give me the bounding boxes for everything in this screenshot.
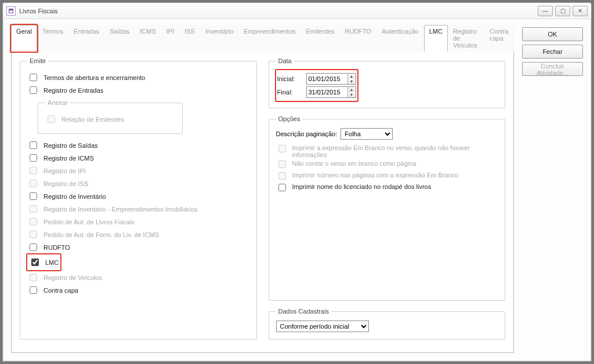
- data-legend: Data: [276, 57, 294, 64]
- check-relacao-emitentes: Relação de Emitentes: [45, 114, 175, 125]
- paginacao-label: Descrição paginação:: [276, 130, 338, 137]
- tab-contra-capa[interactable]: Contra capa: [484, 25, 514, 52]
- tab-termos[interactable]: Termos: [37, 25, 68, 52]
- check-rudfto[interactable]: RUDFTO: [27, 242, 249, 253]
- tab-icms[interactable]: ICMS: [135, 25, 161, 52]
- tab-empreendimentos[interactable]: Empreendimentos: [238, 25, 300, 52]
- concluir-button[interactable]: Concluir Atividade...: [522, 62, 583, 76]
- opt-imprimir-n-mero-nas-p-ginas-com-a-expres: Imprimir número nas páginas com a expres…: [276, 172, 498, 181]
- left-column: Emitir Termos de abertura e encerramento…: [20, 57, 257, 347]
- tab-bar: GeralTermosEntradasSaídasICMSIPIISSInven…: [11, 25, 514, 52]
- check-contra-capa[interactable]: Contra capa: [27, 285, 249, 296]
- tab-panel-geral: Emitir Termos de abertura e encerramento…: [11, 52, 514, 353]
- check-lmc[interactable]: LMC: [29, 257, 59, 268]
- opcoes-group: Opções Descrição paginação: Folha Imprim…: [269, 115, 506, 301]
- date-inicial-arrows[interactable]: ▲▼: [347, 74, 356, 84]
- opt-imprimir-a-express-o-em-branco-no-verso-: Imprimir a expressão Em Branco no verso,…: [276, 144, 498, 158]
- window-title: Livros Fiscais: [19, 8, 58, 14]
- date-final-spinner[interactable]: ▲▼: [306, 86, 356, 98]
- paginacao-select[interactable]: Folha: [341, 128, 393, 140]
- content-area: GeralTermosEntradasSaídasICMSIPIISSInven…: [3, 19, 591, 361]
- check-relacao-emitentes-label: Relação de Emitentes: [61, 116, 124, 123]
- check-termos-de-abertura-e-encerramento[interactable]: Termos de abertura e encerramento: [27, 72, 249, 83]
- date-row-final: Final: ▲▼: [277, 86, 356, 98]
- check-registro-de-sa-das[interactable]: Registro de Saídas: [27, 140, 249, 151]
- check-pedido-de-aut-de-livros-fiscais: Pedido de Aut. de Livros Fiscais: [27, 216, 249, 227]
- tab-entradas[interactable]: Entradas: [68, 25, 104, 52]
- titlebar: Livros Fiscais — ▢ ✕: [3, 3, 591, 19]
- ok-button[interactable]: OK: [522, 27, 583, 41]
- main-area: GeralTermosEntradasSaídasICMSIPIISSInven…: [11, 25, 514, 353]
- tab-iss[interactable]: ISS: [179, 25, 200, 52]
- fechar-button[interactable]: Fechar: [522, 45, 583, 59]
- data-group: Data Inicial: ▲▼ Final:: [269, 57, 506, 108]
- tab-autenticação[interactable]: Autenticação: [376, 25, 424, 52]
- opt-n-o-contar-o-verso-em-branco-como-p-gina: Não contar o verso em branco como página: [276, 160, 498, 170]
- date-final-label: Final:: [277, 89, 303, 96]
- app-window: Livros Fiscais — ▢ ✕ GeralTermosEntradas…: [2, 2, 592, 362]
- tab-rudfto[interactable]: RUDFTO: [339, 25, 376, 52]
- tab-saídas[interactable]: Saídas: [104, 25, 135, 52]
- dados-cadastrais-group: Dados Cadastrais Conforme período inicia…: [269, 308, 506, 340]
- close-button[interactable]: ✕: [573, 6, 588, 16]
- opcoes-legend: Opções: [276, 115, 303, 122]
- date-final-input[interactable]: [307, 87, 347, 97]
- tab-geral[interactable]: Geral: [11, 25, 37, 52]
- window-buttons: — ▢ ✕: [538, 6, 588, 16]
- tab-inventário[interactable]: Inventário: [200, 25, 238, 52]
- anexar-legend: Anexar: [45, 99, 70, 106]
- date-row-inicial: Inicial: ▲▼: [277, 73, 356, 85]
- check-registro-de-icms[interactable]: Registro de ICMS: [27, 152, 249, 163]
- minimize-button[interactable]: —: [538, 6, 553, 16]
- tab-ipi[interactable]: IPI: [161, 25, 179, 52]
- check-registro-de-invent-rio[interactable]: Registro de Inventário: [27, 191, 249, 202]
- check-pedido-de-aut-de-form-do-liv-de-icms: Pedido de Aut. de Form. do Liv. de ICMS: [27, 229, 249, 240]
- button-column: OK Fechar Concluir Atividade...: [522, 25, 583, 353]
- lmc-highlight: LMC: [27, 254, 60, 270]
- dados-select[interactable]: Conforme período inicial: [276, 321, 369, 332]
- check-registro-de-ve-culos: Registro de Veículos: [27, 272, 249, 283]
- date-inicial-spinner[interactable]: ▲▼: [306, 73, 356, 85]
- opt-imprimir-nome-do-licenciado-no-rodap-dos[interactable]: Imprimir nome do licenciado no rodapé do…: [276, 183, 498, 193]
- tab-emitentes[interactable]: Emitentes: [301, 25, 340, 52]
- paginacao-row: Descrição paginação: Folha: [276, 128, 498, 140]
- right-column: Data Inicial: ▲▼ Final:: [269, 57, 506, 347]
- app-icon: [6, 6, 16, 16]
- tab-lmc[interactable]: LMC: [424, 25, 448, 52]
- date-final-arrows[interactable]: ▲▼: [347, 87, 356, 97]
- dados-legend: Dados Cadastrais: [276, 308, 331, 315]
- maximize-button[interactable]: ▢: [555, 6, 570, 16]
- emitir-legend: Emitir: [27, 57, 48, 64]
- anexar-group: Anexar Relação de Emitentes: [38, 99, 183, 134]
- check-registro-de-invent-rio-empreendimentos-imobili-rios: Registro de Inventário - Empreendimentos…: [27, 203, 249, 214]
- check-registro-de-ipi: Registro de IPI: [27, 165, 249, 176]
- check-registro-de-entradas[interactable]: Registro de Entradas: [27, 85, 249, 96]
- check-registro-de-iss: Registro de ISS: [27, 178, 249, 189]
- date-inicial-input[interactable]: [307, 74, 347, 84]
- tab-registro-de-veículos[interactable]: Registro de Veículos: [448, 25, 484, 52]
- date-inicial-label: Inicial:: [277, 75, 303, 82]
- emitir-group: Emitir Termos de abertura e encerramento…: [20, 57, 257, 340]
- date-highlight: Inicial: ▲▼ Final: ▲▼: [276, 70, 357, 101]
- check-relacao-emitentes-input: [48, 115, 55, 123]
